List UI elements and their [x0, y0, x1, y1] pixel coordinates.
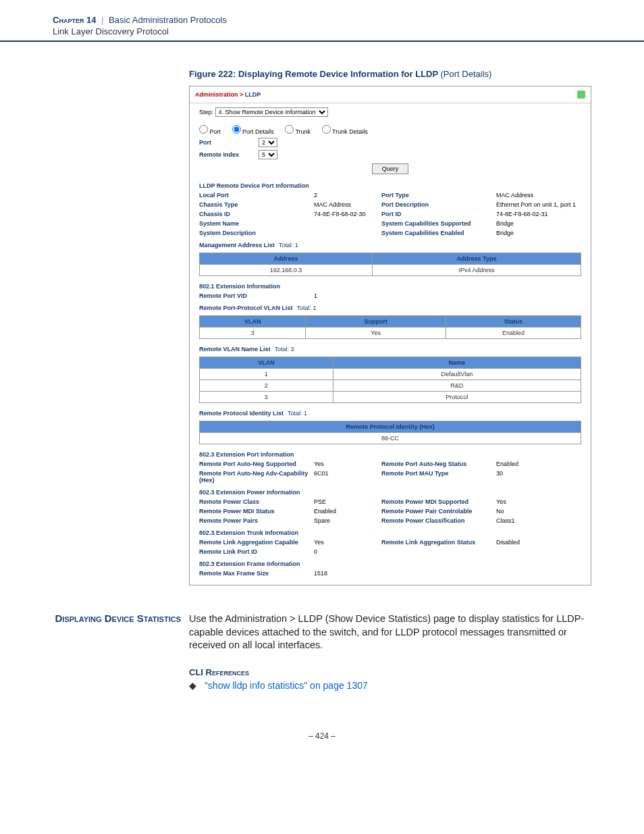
section-mgmt-address: Management Address ListTotal: 1 — [190, 239, 591, 251]
radio-port[interactable]: Port — [199, 128, 221, 135]
breadcrumb-leaf: LLDP — [245, 91, 261, 98]
port-select[interactable]: 2 — [259, 138, 277, 147]
radio-trunk-details[interactable]: Trunk Details — [322, 128, 368, 135]
section-proto-id: Remote Protocol Identity ListTotal: 1 — [190, 407, 591, 419]
ext8023-power-grid: Remote Power ClassPSERemote Power MDI Su… — [190, 498, 591, 524]
section-remote-port-info: LLDP Remote Device Port Information — [190, 180, 591, 192]
section-8023-trunk: 802.3 Extension Trunk Information — [190, 527, 591, 539]
radio-port-details[interactable]: Port Details — [232, 128, 274, 135]
figure-caption: Figure 222: Displaying Remote Device Inf… — [189, 69, 591, 79]
remote-index-label: Remote Index — [199, 151, 259, 158]
radio-trunk[interactable]: Trunk — [285, 128, 311, 135]
section-vlan-names: Remote VLAN Name ListTotal: 3 — [190, 343, 591, 355]
body-paragraph: Use the Administration > LLDP (Show Devi… — [189, 613, 591, 652]
side-heading: Displaying Device Statistics — [53, 613, 181, 625]
cli-references-heading: CLI References — [189, 667, 591, 677]
ext8023-frame-grid: Remote Max Frame Size1518 — [190, 570, 591, 577]
step-label: Step: — [199, 109, 213, 115]
separator: | — [101, 15, 103, 25]
bullet-icon: ◆ — [189, 680, 196, 691]
section-8023-power: 802.3 Extension Power Information — [190, 486, 591, 498]
remote-port-info-grid: Local Port2Port TypeMAC AddressChassis T… — [190, 192, 591, 236]
vlan-name-table: VLANName 1DefaultVlan 2R&D 3Protocol — [199, 357, 581, 403]
figure-number: Figure 222: — [189, 69, 236, 79]
port-label: Port — [199, 139, 259, 146]
section-title: Basic Administration Protocols — [109, 15, 227, 25]
ext8023-trunk-grid: Remote Link Aggregation CapableYesRemote… — [190, 539, 591, 555]
cli-reference-link[interactable]: "show lldp info statistics" on page 1307 — [205, 680, 368, 691]
admin-panel: Administration > LLDP Step: 4. Show Remo… — [189, 86, 591, 585]
ext8023-port-grid: Remote Port Auto-Neg SupportedYesRemote … — [190, 461, 591, 484]
refresh-icon[interactable] — [577, 90, 585, 99]
mgmt-address-table: AddressAddress Type 192.168.0.3IPv4 Addr… — [199, 253, 581, 276]
figure-subtitle: (Port Details) — [441, 69, 492, 79]
header-subtitle: Link Layer Discovery Protocol — [53, 26, 591, 36]
chapter-label: Chapter 14 — [53, 15, 96, 25]
page-number: – 424 – — [0, 731, 644, 741]
breadcrumb-root[interactable]: Administration > — [195, 91, 243, 98]
proto-id-table: Remote Protocol Identity (Hex) 88-CC — [199, 421, 581, 444]
section-8021: 802.1 Extension Information — [190, 280, 591, 292]
query-button[interactable]: Query — [372, 163, 409, 174]
section-ppvlan: Remote Port-Protocol VLAN ListTotal: 1 — [190, 302, 591, 314]
ppvlan-table: VLANSupportStatus 3YesEnabled — [199, 315, 581, 339]
section-8023-frame: 802.3 Extension Frame Information — [190, 558, 591, 570]
page-header: Chapter 14 | Basic Administration Protoc… — [0, 0, 644, 42]
figure-title: Displaying Remote Device Information for… — [238, 69, 438, 79]
step-select[interactable]: 4. Show Remote Device Information — [215, 107, 328, 117]
section-8023-port: 802.3 Extension Port Information — [190, 448, 591, 461]
remote-index-select[interactable]: 5 — [259, 150, 277, 159]
view-radios: Port Port Details Trunk Trunk Details — [190, 121, 591, 136]
